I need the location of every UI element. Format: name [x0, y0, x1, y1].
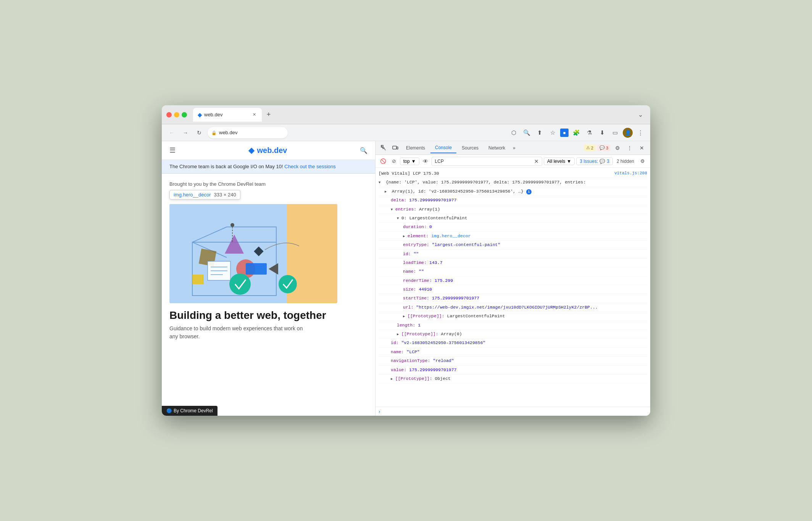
- filter-clear-button[interactable]: ✕: [534, 158, 539, 164]
- footer-icon: 🔵: [166, 408, 172, 413]
- address-input[interactable]: [208, 127, 288, 138]
- element-expand-arrow[interactable]: [403, 233, 408, 240]
- hidden-messages-button[interactable]: 2 hidden: [614, 158, 636, 165]
- maximize-window-button[interactable]: [182, 112, 187, 117]
- loadtime-line: loadTime: 143.7: [379, 259, 647, 267]
- extension-green-icon[interactable]: ■: [560, 129, 569, 137]
- toolbar-icons: ⬡ 🔍 ⬆ ☆ ■ 🧩 ⚗ ⬇ ▭ 👤 ⋮: [508, 127, 646, 138]
- obj-expand-arrow[interactable]: [379, 179, 383, 186]
- issues-button[interactable]: 3 Issues: 💬 3: [576, 158, 613, 165]
- console-input[interactable]: [383, 409, 647, 414]
- tab-elements[interactable]: Elements: [401, 143, 430, 153]
- active-tab[interactable]: ◆ web.dev ✕: [193, 108, 262, 122]
- more-tabs-button[interactable]: »: [511, 144, 518, 152]
- share-icon[interactable]: ⬆: [534, 127, 545, 138]
- starttime-line: startTime: 175.29999999701977: [379, 294, 647, 303]
- profile-menu-button[interactable]: ⌄: [635, 109, 646, 120]
- filter-text-input[interactable]: [435, 159, 534, 164]
- hamburger-menu-button[interactable]: ☰: [169, 146, 176, 154]
- devtools-settings-button[interactable]: ⚙: [612, 143, 623, 153]
- svg-rect-19: [393, 146, 396, 149]
- proto3-value: Object: [435, 375, 451, 382]
- array-expand-arrow[interactable]: [385, 188, 389, 195]
- url-line: url: "https://web-dev.imgix.net/image/jx…: [379, 303, 647, 312]
- forward-button[interactable]: →: [180, 127, 191, 138]
- tab-network[interactable]: Network: [484, 143, 510, 153]
- address-bar: ← → ↻ 🔒 ⬡ 🔍 ⬆ ☆ ■ 🧩 ⚗ ⬇ ▭ 👤 ⋮: [162, 124, 650, 141]
- value-line: value: 175.29999999701977: [379, 366, 647, 375]
- warning-count: 2: [591, 146, 593, 150]
- tab-sources[interactable]: Sources: [457, 143, 483, 153]
- prompt-arrow-icon: ›: [379, 408, 380, 414]
- warning-badge[interactable]: ⚠ 2: [584, 145, 596, 151]
- flask-icon[interactable]: ⚗: [584, 127, 594, 138]
- live-expressions-button[interactable]: 👁: [421, 157, 430, 166]
- proto1-expand-arrow[interactable]: [403, 313, 408, 320]
- context-selector[interactable]: top ▼: [400, 158, 419, 165]
- puzzle-icon[interactable]: 🧩: [571, 127, 582, 138]
- entries-line: entries: Array(1): [379, 205, 647, 214]
- profile-avatar[interactable]: 👤: [623, 128, 633, 138]
- tab-title: web.dev: [204, 112, 249, 117]
- tab-console[interactable]: Console: [430, 143, 456, 153]
- announcement-link[interactable]: Check out the sessions: [284, 164, 335, 169]
- site-header: ☰ ◆ web.dev 🔍: [162, 141, 375, 160]
- site-search-button[interactable]: 🔍: [360, 147, 367, 154]
- name-value: "": [419, 268, 424, 275]
- chrome-menu-button[interactable]: ⋮: [635, 127, 646, 138]
- length-label: length:: [397, 322, 415, 329]
- zoom-icon[interactable]: 🔍: [521, 127, 532, 138]
- clear-console-button[interactable]: 🚫: [379, 157, 388, 166]
- svg-point-14: [229, 273, 251, 295]
- tab-close-button[interactable]: ✕: [251, 112, 257, 118]
- console-settings-button[interactable]: ⚙: [638, 157, 647, 166]
- issues-count-value: 3: [607, 159, 609, 164]
- close-window-button[interactable]: [166, 112, 172, 117]
- proto2-line: [[Prototype]]: Array(0): [379, 330, 647, 339]
- footer-badge: 🔵 By Chrome DevRel: [162, 406, 218, 416]
- log-source-main[interactable]: vitals.js:208: [614, 170, 647, 177]
- announcement-bar: The Chrome team is back at Google I/O on…: [162, 160, 375, 174]
- svg-rect-17: [192, 275, 204, 284]
- back-button[interactable]: ←: [166, 127, 177, 138]
- entry0-expand-arrow[interactable]: [397, 215, 401, 222]
- new-tab-button[interactable]: +: [263, 109, 274, 120]
- size-label: size:: [403, 286, 416, 293]
- inspect-element-button[interactable]: [379, 143, 389, 153]
- rendertime-value: 175.299: [435, 277, 453, 284]
- starttime-value: 175.29999999701977: [432, 295, 479, 302]
- content-label: Brought to you by the Chrome DevRel team: [169, 181, 367, 187]
- info-icon[interactable]: i: [526, 189, 532, 195]
- sidebar-icon[interactable]: ▭: [610, 127, 620, 138]
- entries-expand-arrow[interactable]: [391, 206, 395, 213]
- bookmark-icon[interactable]: ☆: [547, 127, 558, 138]
- name2-label: name:: [391, 349, 404, 355]
- download-icon[interactable]: ⬇: [597, 127, 607, 138]
- log-levels-selector[interactable]: All levels ▼: [544, 158, 575, 165]
- id-value: "": [414, 251, 419, 257]
- proto2-expand-arrow[interactable]: [397, 331, 401, 338]
- reload-button[interactable]: ↻: [194, 127, 205, 138]
- delta-line: delta: 175.29999999701977: [379, 196, 647, 205]
- hero-illustration: [169, 204, 337, 303]
- id-line: id: "": [379, 250, 647, 259]
- error-badge[interactable]: 💬 3: [597, 145, 611, 151]
- console-toolbar: 🚫 ⊘ top ▼ 👁 ✕ All levels ▼ 3 Issues: �: [375, 155, 650, 168]
- tab-favicon-icon: ◆: [198, 112, 202, 118]
- id-label: id:: [403, 251, 411, 257]
- entrytype-line: entryType: "largest-contentful-paint": [379, 241, 647, 249]
- proto3-expand-arrow[interactable]: [391, 375, 395, 382]
- console-log-line-main: [Web Vitals] LCP 175.30 vitals.js:208: [379, 169, 647, 178]
- minimize-window-button[interactable]: [174, 112, 179, 117]
- size-line: size: 44910: [379, 285, 647, 294]
- devtools-panel: Elements Console Sources Network » ⚠ 2 💬…: [375, 141, 650, 416]
- console-filter-input[interactable]: ✕: [432, 157, 542, 166]
- proto2-label: [[Prototype]]:: [401, 331, 438, 338]
- devtools-close-button[interactable]: ✕: [636, 143, 647, 153]
- entry-0-line: 0: LargestContentfulPaint: [379, 214, 647, 223]
- browser-window: ◆ web.dev ✕ + ⌄ ← → ↻ 🔒 ⬡ 🔍 ⬆ ☆ ■ 🧩 ⚗ ⬇ …: [162, 105, 650, 416]
- filter-icon-button[interactable]: ⊘: [389, 157, 398, 166]
- devtools-more-button[interactable]: ⋮: [624, 143, 635, 153]
- device-toolbar-button[interactable]: [390, 143, 401, 153]
- cast-icon[interactable]: ⬡: [508, 127, 519, 138]
